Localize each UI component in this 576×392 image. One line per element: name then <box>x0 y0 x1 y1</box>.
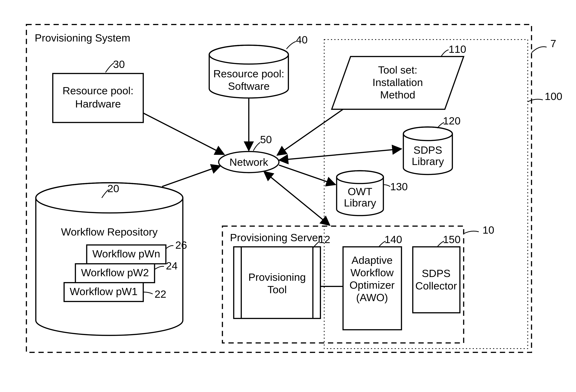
arrow-network-owt <box>279 165 336 185</box>
workflow-wn-ref: 26 <box>175 239 187 251</box>
workflow-w2-label: Workflow pW2 <box>81 267 149 279</box>
arrow-toolset-network <box>277 109 343 155</box>
coll-line2: Collector <box>415 280 457 292</box>
toolset-ref-leader <box>441 50 449 56</box>
toolset-line2: Installation <box>373 76 423 88</box>
tool-line1: Provisioning <box>248 271 306 283</box>
toolset-line1: Tool set: <box>378 64 417 76</box>
owt-line2: Library <box>344 197 376 209</box>
workflow-w1-label: Workflow pW1 <box>70 285 138 297</box>
awo-line1: Adaptive <box>351 254 393 266</box>
workflow-w2-ref: 24 <box>166 260 177 272</box>
tool-ref: 12 <box>318 233 330 245</box>
sdps-line1: SDPS <box>413 144 442 156</box>
awo-ref: 140 <box>385 233 402 245</box>
network-label: Network <box>230 156 268 168</box>
subset-ref-leader <box>528 99 543 102</box>
awo-line3: Optimizer <box>349 279 395 291</box>
server-ref-leader <box>463 231 479 234</box>
coll-ref: 150 <box>443 233 461 245</box>
repo-ref: 20 <box>108 183 119 195</box>
toolset-ref: 110 <box>449 43 466 55</box>
toolset-line3: Method <box>380 89 415 101</box>
diagram-root: Provisioning System 7 100 Resource pool:… <box>0 0 576 392</box>
workflow-wn-label: Workflow pWn <box>92 248 160 260</box>
arrow-network-sdps <box>279 149 402 160</box>
network-ref: 50 <box>260 134 272 145</box>
server-ref: 10 <box>483 224 494 236</box>
hardware-ref-leader <box>106 63 114 72</box>
software-ref: 40 <box>296 34 308 46</box>
arrow-repo-network <box>162 166 221 187</box>
sdps-line2: Library <box>412 155 444 167</box>
network-ref-leader <box>253 142 260 151</box>
server-title: Provisioning Server <box>230 231 321 243</box>
software-line1: Resource pool: <box>213 68 284 80</box>
software-line2: Software <box>228 80 270 92</box>
owt-ref: 130 <box>390 181 408 193</box>
hardware-line2: Hardware <box>75 98 121 110</box>
system-ref: 7 <box>550 37 556 49</box>
workflow-w1-ref: 22 <box>154 288 166 300</box>
hardware-line1: Resource pool: <box>62 85 133 97</box>
owt-line1: OWT <box>347 186 372 197</box>
system-ref-leader <box>531 47 547 53</box>
awo-line4: (AWO) <box>356 291 388 303</box>
hardware-ref: 30 <box>113 58 125 70</box>
awo-line2: Workflow <box>350 267 394 279</box>
provisioning-system-title: Provisioning System <box>35 32 130 44</box>
sdps-ref: 120 <box>443 115 461 127</box>
software-ref-leader <box>287 41 296 49</box>
arrow-hardware-network <box>143 113 225 155</box>
tool-line2: Tool <box>267 283 287 295</box>
subset-ref: 100 <box>545 90 562 102</box>
owt-ref-leader <box>383 185 390 187</box>
repo-title: Workflow Repository <box>61 226 158 238</box>
coll-line1: SDPS <box>422 267 450 279</box>
